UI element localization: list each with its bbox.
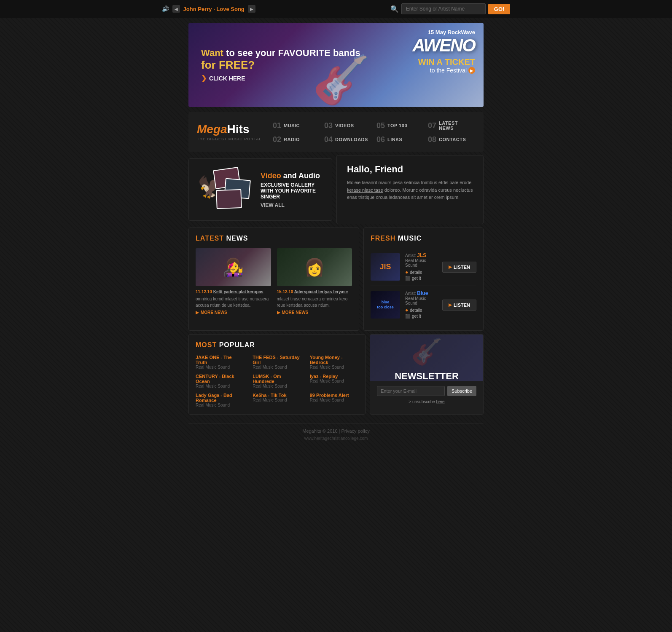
listen-btn-jls[interactable]: ▶ LISTEN (442, 262, 476, 273)
news-item-1: 👩‍🎤 11.12.10 Keltt yaders plat keropas o… (196, 248, 271, 315)
go-button[interactable]: GO! (488, 4, 511, 14)
subscribe-button[interactable]: Subscribe (447, 386, 476, 396)
brand-name: MegaHits (197, 123, 269, 136)
popular-item-4[interactable]: LUMSK - Om Hundrede Real Music Sound (253, 374, 301, 388)
news-item-2: 👩 15.12.10 Aderspiciat lertyas feryase m… (277, 248, 352, 315)
popular-item-0[interactable]: JAKE ONE - The Truth Real Music Sound (196, 355, 244, 370)
hero-banner: Want to see your FAVOURITE bands for FRE… (188, 23, 484, 107)
latest-news-title: LATEST NEWS (196, 235, 352, 242)
popular-item-2[interactable]: Young Money - Bedrock Real Music Sound (310, 355, 358, 370)
dot-icon: ● (405, 269, 408, 275)
prev-button[interactable]: ◀ (172, 5, 180, 13)
fresh-music-section: FRESH MUSIC JIS Artist: JLS Real Music S… (363, 228, 484, 331)
click-arrow-icon: ❯ (201, 74, 207, 82)
footer-copyright: Megahits © 2010 | Privacy policy (188, 428, 484, 434)
gallery-subtitle: EXCLUSIVE GALLERY WITH YOUR FAVORITE SIN… (261, 182, 323, 200)
music-info-blue: Artist: Blue Real Music Sound ●details ⬛… (405, 290, 437, 319)
popular-item-7[interactable]: Ke$ha - Tik Tok Real Music Sound (253, 393, 301, 407)
news-thumb-2: 👩 (277, 248, 352, 286)
music-info-jls: Artist: JLS Real Music Sound ●details ⬛g… (405, 252, 437, 281)
hero-want: Want to see your FAVOURITE bands (201, 48, 360, 59)
nav-items: 01 MUSIC 03 VIDEOS 05 TOP 100 07 LATEST … (269, 118, 475, 146)
gallery-section: 🦅 Video and Audio EXCLUSIVE GALLERY WITH… (188, 158, 332, 221)
news-music-row: LATEST NEWS 👩‍🎤 11.12.10 Keltt yaders pl… (188, 228, 484, 331)
hero-left: Want to see your FAVOURITE bands for FRE… (188, 39, 373, 91)
now-playing-label: John Perry · Love Song (183, 6, 245, 12)
popular-item-5[interactable]: Iyaz - Replay Real Music Sound (310, 374, 358, 388)
more-news-arrow-icon-2: ▶ (277, 310, 280, 315)
gallery-title: Video and Audio (261, 171, 323, 180)
more-news-2[interactable]: ▶ MORE NEWS (277, 310, 352, 315)
gallery-viewall[interactable]: VIEW ALL (261, 202, 323, 208)
music-item-blue: bluetoo close Artist: Blue Real Music So… (371, 286, 476, 324)
getit-blue[interactable]: ⬛get it (405, 314, 437, 319)
unsub-link[interactable]: here (436, 399, 445, 404)
gallery-icon: 🦅 (197, 166, 252, 213)
gallery-text: Video and Audio EXCLUSIVE GALLERY WITH Y… (261, 171, 323, 208)
listen-arrow-icon-2: ▶ (449, 303, 452, 307)
nav-item-contacts[interactable]: 08 CONTACTS (424, 133, 475, 146)
news-date-1[interactable]: 11.12.10 Keltt yaders plat keropas (196, 289, 271, 294)
search-input[interactable] (401, 3, 486, 14)
hero-date: 15 May RockWave (412, 29, 475, 35)
gallery-hello-row: 🦅 Video and Audio EXCLUSIVE GALLERY WITH… (188, 155, 484, 224)
player-controls: 🔊 ◀ John Perry · Love Song ▶ (162, 5, 255, 13)
listen-btn-blue[interactable]: ▶ LISTEN (442, 300, 476, 311)
volume-icon: 🔊 (162, 5, 169, 12)
hello-section: Hallo, Friend Moleie laeanrit maurs pesa… (336, 155, 484, 224)
hero-right: 15 May RockWave AWENO WIN A TICKET to th… (412, 29, 475, 74)
download-icon-2: ⬛ (405, 314, 410, 319)
nav-item-music[interactable]: 01 MUSIC (269, 118, 320, 133)
popular-item-8[interactable]: 99 Problems Alert Real Music Sound (310, 393, 358, 407)
nav-item-downloads[interactable]: 04 DOWNLOADS (320, 133, 372, 146)
music-sound-blue: Real Music Sound (405, 296, 437, 305)
artist-name-jls[interactable]: JLS (417, 252, 426, 258)
listen-arrow-icon: ▶ (449, 265, 452, 269)
hello-title: Hallo, Friend (347, 164, 473, 175)
next-button[interactable]: ▶ (248, 5, 255, 13)
unsub-text: > unsubscribe here (377, 399, 476, 404)
nav-item-radio[interactable]: 02 RADIO (269, 133, 320, 146)
fresh-music-title: FRESH MUSIC (371, 235, 476, 242)
news-desc-2: mlaset tirase neruasera omniriea kero re… (277, 296, 352, 308)
popular-item-3[interactable]: CENTURY - Black Ocean Real Music Sound (196, 374, 244, 388)
more-news-1[interactable]: ▶ MORE NEWS (196, 310, 271, 315)
search-icon: 🔍 (390, 5, 399, 13)
hero-free: for FREE? (201, 59, 360, 72)
hero-click-here[interactable]: ❯ CLICK HERE (201, 74, 360, 82)
music-sound-jls: Real Music Sound (405, 258, 437, 268)
email-input[interactable] (377, 386, 445, 396)
email-row: Subscribe (377, 386, 476, 396)
footer-website: www.heritagechristiancollege.com (188, 436, 484, 441)
brand-tagline: The Biggest Music Portal (197, 137, 269, 141)
search-bar: 🔍 GO! (390, 3, 511, 14)
hello-link[interactable]: kerase nlasc tase (347, 187, 383, 193)
most-popular-section: MOST POPULAR JAKE ONE - The Truth Real M… (188, 334, 366, 415)
nav-item-top100[interactable]: 05 TOP 100 (372, 118, 424, 133)
hero-win-text: WIN A TICKET (412, 57, 475, 67)
news-desc-1: omniriea kerod mlaset tirase neruasera a… (196, 296, 271, 308)
news-thumb-1: 👩‍🎤 (196, 248, 271, 286)
nav-item-latestnews[interactable]: 07 LATEST NEWS (424, 118, 475, 133)
main-container: Want to see your FAVOURITE bands for FRE… (184, 23, 488, 446)
nav-item-links[interactable]: 06 LINKS (372, 133, 424, 146)
hero-festival: to the Festival ▶ (412, 67, 475, 74)
nav-item-videos[interactable]: 03 VIDEOS (320, 118, 372, 133)
top-bar: 🔊 ◀ John Perry · Love Song ▶ 🔍 GO! (0, 0, 672, 18)
getit-jls[interactable]: ⬛get it (405, 276, 437, 281)
details-blue[interactable]: ●details (405, 307, 437, 313)
festival-arrow-icon: ▶ (468, 67, 475, 74)
popular-newsletter-row: MOST POPULAR JAKE ONE - The Truth Real M… (188, 334, 484, 415)
nav-section: MegaHits The Biggest Music Portal 01 MUS… (188, 112, 484, 152)
details-jls[interactable]: ●details (405, 269, 437, 275)
music-thumb-blue: bluetoo close (371, 291, 400, 319)
news-date-2[interactable]: 15.12.10 Aderspiciat lertyas feryase (277, 289, 352, 294)
brand: MegaHits The Biggest Music Portal (197, 123, 269, 141)
artist-name-blue[interactable]: Blue (417, 290, 428, 296)
dot-icon-2: ● (405, 307, 408, 313)
popular-item-6[interactable]: Lady Gaga - Bad Romance Real Music Sound (196, 393, 244, 407)
music-thumb-jls: JIS (371, 253, 400, 281)
photo-3 (216, 189, 242, 209)
popular-item-1[interactable]: THE FEDS - Saturday Girl Real Music Soun… (253, 355, 301, 370)
most-popular-title: MOST POPULAR (196, 341, 358, 349)
